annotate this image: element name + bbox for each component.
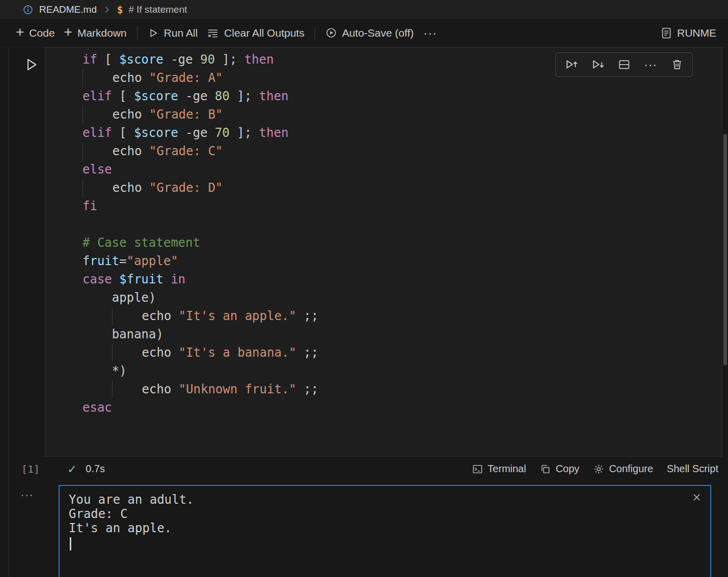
code-token: "Grade: A" xyxy=(149,71,223,85)
auto-save-label: Auto-Save (off) xyxy=(342,27,414,39)
chevron-right-icon xyxy=(102,5,111,14)
terminal-line: It's an apple. xyxy=(69,521,701,535)
code-token: banana) xyxy=(82,327,163,341)
cell-status-bar: [1] ✓ 0.7s Terminal xyxy=(45,457,722,481)
code-token: "Grade: B" xyxy=(149,107,223,122)
close-output-button[interactable] xyxy=(691,492,702,503)
cell-status-actions: Terminal Copy xyxy=(472,463,722,475)
code-token: *) xyxy=(82,364,127,378)
terminal-button[interactable]: Terminal xyxy=(472,463,526,475)
code-line[interactable]: echo "Grade: B" xyxy=(82,105,722,124)
output-more-button[interactable]: ··· xyxy=(20,488,34,502)
code-line[interactable]: elif [ $score -ge 80 ]; then xyxy=(82,87,722,105)
code-line[interactable]: echo "It's an apple." ;; xyxy=(82,307,722,325)
code-token: echo xyxy=(113,382,179,396)
code-token: 80 xyxy=(215,89,230,103)
code-line[interactable] xyxy=(82,215,722,234)
code-token: ]; xyxy=(230,126,259,140)
delete-cell-button[interactable] xyxy=(664,54,690,75)
add-markdown-label: Markdown xyxy=(77,27,127,39)
split-cell-button[interactable] xyxy=(611,54,637,75)
clear-all-outputs-button[interactable]: Clear All Outputs xyxy=(202,24,309,42)
vertical-scrollbar[interactable] xyxy=(723,134,727,365)
code-token: elif xyxy=(82,89,112,103)
copy-button[interactable]: Copy xyxy=(540,463,579,475)
plus-icon: + xyxy=(64,27,72,37)
code-token: echo xyxy=(83,144,149,158)
code-token: # Case statement xyxy=(82,236,200,250)
code-token: "It's a banana." xyxy=(179,345,296,360)
code-token: ]; xyxy=(215,52,244,67)
code-token: = xyxy=(119,254,126,268)
terminal-output[interactable]: You are an adult.Grade: CIt's an apple. xyxy=(59,485,711,577)
execute-above-button[interactable] xyxy=(558,54,584,75)
configure-button[interactable]: Configure xyxy=(593,463,653,475)
cell-code-editor[interactable]: if [ $score -ge 90 ]; then echo "Grade: … xyxy=(45,47,722,457)
code-line[interactable]: # Case statement xyxy=(82,234,722,252)
code-token xyxy=(82,309,112,323)
code-line[interactable]: echo "Grade: C" xyxy=(82,142,722,160)
code-token: fi xyxy=(82,199,97,213)
language-picker[interactable]: Shell Script xyxy=(667,463,718,475)
code-lines: if [ $score -ge 90 ]; then echo "Grade: … xyxy=(82,50,722,417)
language-label: Shell Script xyxy=(667,463,718,475)
cell-output-row: ··· You are an adult.Grade: CIt's an app… xyxy=(45,485,711,577)
clear-all-icon xyxy=(207,27,219,39)
terminal-line: You are an adult. xyxy=(69,493,701,507)
terminal-cursor xyxy=(70,537,71,551)
toolbar-separator xyxy=(315,26,315,40)
terminal-line: Grade: C xyxy=(69,507,701,521)
code-line[interactable]: elif [ $score -ge 70 ]; then xyxy=(82,124,722,142)
code-token: if xyxy=(82,52,97,67)
code-line[interactable]: else xyxy=(82,160,722,179)
code-token: case xyxy=(82,272,112,286)
code-token: $score xyxy=(134,126,178,140)
code-token: $fruit xyxy=(119,272,163,286)
notebook-cell: if [ $score -ge 90 ]; then echo "Grade: … xyxy=(8,47,728,577)
add-code-label: Code xyxy=(29,27,54,39)
code-line[interactable]: echo "Grade: D" xyxy=(82,179,722,197)
run-all-button[interactable]: Run All xyxy=(143,24,203,42)
cell-toolbar: ··· xyxy=(555,52,693,77)
code-line[interactable]: apple) xyxy=(82,289,722,307)
code-token xyxy=(163,272,171,286)
configure-label: Configure xyxy=(609,463,653,475)
code-token: ;; xyxy=(296,309,318,323)
code-token: echo xyxy=(83,107,149,122)
breadcrumb-section[interactable]: # If statement xyxy=(128,4,187,15)
code-line[interactable]: esac xyxy=(82,398,722,417)
auto-save-icon xyxy=(325,27,337,39)
cell-more-actions-button[interactable]: ··· xyxy=(637,54,664,75)
code-token xyxy=(112,272,119,286)
breadcrumb-file[interactable]: README.md xyxy=(39,4,97,15)
code-token: -ge xyxy=(178,89,215,103)
add-markdown-button[interactable]: + Markdown xyxy=(60,24,131,42)
add-code-button[interactable]: + Code xyxy=(11,24,60,42)
execute-below-button[interactable] xyxy=(584,54,611,75)
code-line[interactable]: case $fruit in xyxy=(82,270,722,289)
run-all-label: Run All xyxy=(164,27,198,39)
code-line[interactable]: echo "Unknown fruit." ;; xyxy=(82,380,722,398)
code-line[interactable]: fi xyxy=(82,197,722,215)
toolbar-more-button[interactable]: ··· xyxy=(418,24,442,42)
code-line[interactable]: *) xyxy=(82,362,722,380)
code-token xyxy=(82,382,112,396)
code-token: apple) xyxy=(82,291,156,305)
run-cell-button[interactable] xyxy=(23,56,39,73)
code-line[interactable]: fruit="apple" xyxy=(82,252,722,270)
code-token: else xyxy=(82,162,112,177)
terminal-label: Terminal xyxy=(488,463,526,475)
code-line[interactable]: echo "It's a banana." ;; xyxy=(82,343,722,362)
code-token: echo xyxy=(83,71,149,85)
auto-save-button[interactable]: Auto-Save (off) xyxy=(321,24,418,42)
copy-label: Copy xyxy=(555,463,579,475)
execution-order-label: [1] xyxy=(21,463,40,475)
code-token: -ge xyxy=(163,52,200,67)
runme-button[interactable]: RUNME xyxy=(656,24,721,42)
notebook-area: if [ $score -ge 90 ]; then echo "Grade: … xyxy=(0,47,728,577)
play-icon xyxy=(148,27,159,39)
code-line[interactable]: banana) xyxy=(82,325,722,343)
success-check-icon: ✓ xyxy=(67,463,77,476)
info-icon[interactable] xyxy=(22,4,34,15)
breadcrumb-symbol-shell[interactable]: $ xyxy=(117,4,123,15)
